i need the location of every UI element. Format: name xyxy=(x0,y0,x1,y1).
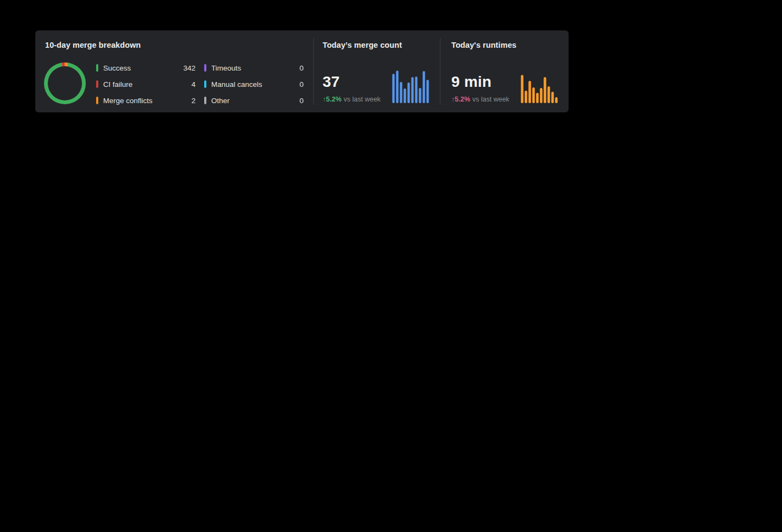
card-title: Today’s merge count xyxy=(323,41,402,49)
trend-percent: 5.2% xyxy=(455,96,470,103)
chart-bar xyxy=(547,86,550,103)
chart-bar xyxy=(521,75,524,103)
legend-item-other: Other 0 xyxy=(204,92,304,109)
manual-cancels-marker xyxy=(204,80,206,88)
legend-column-left: Success 342 CI failure 4 Merge conflicts… xyxy=(96,60,195,109)
legend-label: Timeouts xyxy=(211,64,299,72)
chart-bar xyxy=(528,81,531,103)
chart-bar xyxy=(419,88,421,103)
trend-suffix: vs last week xyxy=(344,96,381,103)
legend-item-manual-cancels: Manual cancels 0 xyxy=(204,76,304,92)
chart-bar xyxy=(396,71,399,103)
chart-bar xyxy=(555,97,558,103)
card-title: Today's runtimes xyxy=(451,41,516,49)
legend-label: Other xyxy=(211,97,299,105)
runtimes-value: 9 min xyxy=(451,74,491,90)
runtimes-trend: ↑5.2%vs last week xyxy=(451,96,509,103)
merge-stats-panel: 10-day merge breakdown Success 342 CI fa… xyxy=(35,30,569,112)
legend-label: Manual cancels xyxy=(211,80,299,88)
other-marker xyxy=(204,97,206,104)
chart-bar xyxy=(551,92,554,103)
success-marker xyxy=(96,64,98,72)
legend-label: Success xyxy=(103,64,183,72)
merge-count-bar-chart xyxy=(392,71,430,103)
legend-item-merge-conflicts: Merge conflicts 2 xyxy=(96,92,195,109)
runtimes-bar-chart xyxy=(521,75,559,103)
trend-suffix: vs last week xyxy=(472,96,509,103)
chart-bar xyxy=(532,87,535,103)
legend-value: 0 xyxy=(299,80,304,88)
runtimes-card: Today's runtimes 9 min ↑5.2%vs last week xyxy=(440,30,569,112)
chart-bar xyxy=(422,71,425,103)
legend-label: CI failure xyxy=(103,80,191,88)
legend-label: Merge conflicts xyxy=(103,97,191,105)
merge-count-value: 37 xyxy=(323,74,340,90)
merge-breakdown-card: 10-day merge breakdown Success 342 CI fa… xyxy=(35,30,313,112)
chart-bar xyxy=(411,77,414,103)
merge-breakdown-donut-chart xyxy=(44,62,86,104)
chart-bar xyxy=(536,93,539,103)
legend-value: 4 xyxy=(191,80,195,88)
chart-bar xyxy=(415,77,418,103)
legend-value: 0 xyxy=(299,97,304,105)
chart-bar xyxy=(400,82,402,103)
card-title: 10-day merge breakdown xyxy=(45,41,141,49)
legend-value: 342 xyxy=(183,64,195,72)
timeouts-marker xyxy=(204,64,206,72)
chart-bar xyxy=(544,77,546,103)
legend-column-right: Timeouts 0 Manual cancels 0 Other 0 xyxy=(204,60,304,109)
legend-value: 2 xyxy=(191,97,195,105)
legend-item-ci-failure: CI failure 4 xyxy=(96,76,195,92)
chart-bar xyxy=(540,88,543,103)
merge-conflicts-marker xyxy=(96,97,98,104)
merge-count-card: Today’s merge count 37 ↑5.2%vs last week xyxy=(314,30,440,112)
legend-item-timeouts: Timeouts 0 xyxy=(204,60,304,76)
chart-bar xyxy=(392,74,395,103)
trend-percent: 5.2% xyxy=(326,96,342,103)
donut-hole xyxy=(48,66,82,100)
chart-bar xyxy=(525,91,527,103)
chart-bar xyxy=(407,83,410,103)
legend-item-success: Success 342 xyxy=(96,60,195,76)
ci-failure-marker xyxy=(96,80,98,88)
merge-breakdown-legend: Success 342 CI failure 4 Merge conflicts… xyxy=(96,60,304,109)
chart-bar xyxy=(426,80,429,103)
chart-bar xyxy=(403,88,406,103)
merge-count-trend: ↑5.2%vs last week xyxy=(323,96,381,103)
legend-value: 0 xyxy=(299,64,304,72)
